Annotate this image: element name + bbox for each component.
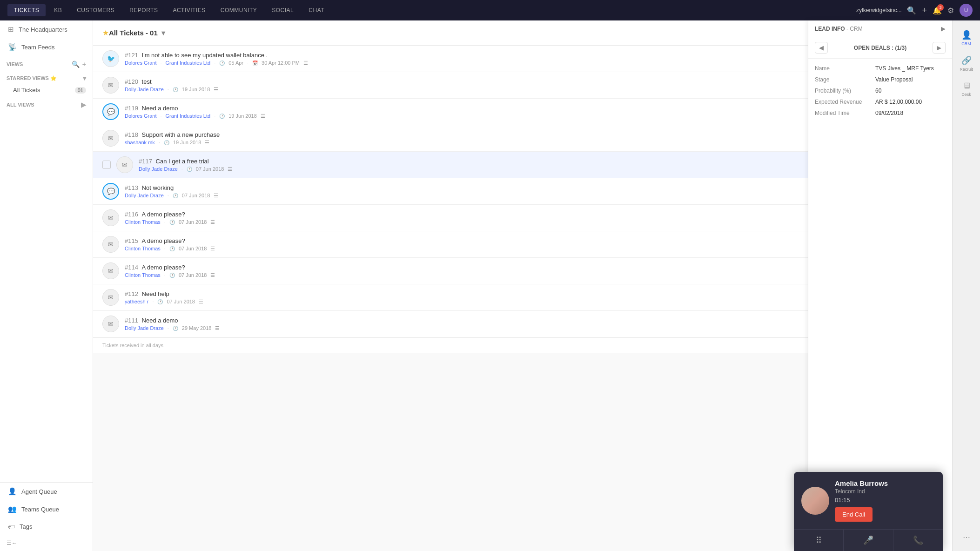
ticket-company[interactable]: Grant Industries Ltd xyxy=(166,60,211,66)
ticket-contact[interactable]: Dolly Jade Draze xyxy=(139,166,178,172)
mute-icon: 🎤 xyxy=(863,535,873,545)
ticket-title: #118 Support with a new purchase xyxy=(125,131,919,138)
row-checkbox[interactable] xyxy=(102,161,111,169)
ticket-subject: Not working xyxy=(142,184,174,191)
nav-customers[interactable]: CUSTOMERS xyxy=(70,4,121,16)
notification-badge: 3 xyxy=(937,4,944,11)
lead-info-panel: LEAD INFO - CRM ▶ ◀ OPEN DEALS : (1/3) ▶… xyxy=(808,20,952,551)
ticket-list-icon: ☰ xyxy=(303,60,308,66)
rs-item-desk[interactable]: 🖥 Desk xyxy=(953,77,980,101)
ticket-contact[interactable]: Dolores Grant xyxy=(125,60,156,66)
favorite-star-icon[interactable]: ★ xyxy=(102,28,109,37)
teams-queue-label: Teams Queue xyxy=(21,506,59,513)
channel-icon-email: ✉ xyxy=(102,236,119,253)
tickets-title: All Tickets - 01 ▾ xyxy=(109,29,165,37)
phone-button[interactable]: 📞 xyxy=(893,530,943,551)
sidebar-item-agent-queue[interactable]: 👤 Agent Queue xyxy=(0,483,93,500)
sidebar-collapse-btn[interactable]: ☰← xyxy=(0,535,93,551)
starred-views-collapse-icon[interactable]: ▾ xyxy=(83,74,86,82)
ticket-title: #119 Need a demo xyxy=(125,105,919,112)
rs-item-crm[interactable]: 👤 CRM xyxy=(953,26,980,50)
add-view-icon[interactable]: + xyxy=(82,60,86,68)
nav-kb[interactable]: KB xyxy=(47,4,68,16)
rs-expand-collapse-btn[interactable]: ⋯ xyxy=(959,529,974,545)
ticket-contact[interactable]: Clinton Thomas xyxy=(125,246,161,251)
ticket-list-icon: ☰ xyxy=(205,140,209,146)
recruit-icon: 🔗 xyxy=(961,55,972,66)
sidebar-item-teams-queue[interactable]: 👥 Teams Queue xyxy=(0,500,93,518)
lead-label-revenue: Expected Revenue xyxy=(815,99,875,105)
starred-views-section: STARRED VIEWS ⭐ ▾ xyxy=(0,70,93,84)
nav-tickets[interactable]: TICKETS xyxy=(7,4,46,16)
crm-label: - CRM xyxy=(846,26,863,32)
tickets-title-text: All Tickets - 01 xyxy=(109,29,158,37)
lead-row-probability: Probability (%) 60 xyxy=(815,87,946,94)
channel-icon-email: ✉ xyxy=(102,262,119,279)
all-views-expand-icon[interactable]: ▶ xyxy=(81,101,86,108)
crm-icon: 👤 xyxy=(961,30,972,40)
search-icon[interactable]: 🔍 xyxy=(907,6,916,15)
clock-icon: 🕐 xyxy=(219,60,225,66)
sidebar-item-tags[interactable]: 🏷 Tags xyxy=(0,518,93,535)
ticket-date2: 30 Apr 12:00 PM xyxy=(262,60,300,66)
ticket-number: #116 xyxy=(125,211,138,218)
all-tickets-badge: 01 xyxy=(75,87,86,94)
clock-icon: 🕐 xyxy=(157,299,163,304)
title-dropdown-icon[interactable]: ▾ xyxy=(161,29,165,37)
sidebar: ⊞ The Headquarters 📡 Team Feeds Views 🔍 … xyxy=(0,20,93,551)
ticket-date1: 19 Jun 2018 xyxy=(182,87,210,92)
user-avatar[interactable]: U xyxy=(960,4,973,17)
lead-panel-expand-icon[interactable]: ▶ xyxy=(941,25,946,32)
mute-button[interactable]: 🎤 xyxy=(844,530,893,551)
nav-community[interactable]: COMMUNITY xyxy=(214,4,264,16)
ticket-subject: Need a demo xyxy=(142,317,178,324)
nav-chat[interactable]: CHAT xyxy=(302,4,331,16)
ticket-title: #120 test xyxy=(125,78,919,85)
ticket-contact[interactable]: Clinton Thomas xyxy=(125,272,161,278)
ticket-number: #115 xyxy=(125,237,138,244)
clock-icon: 🕐 xyxy=(219,114,225,119)
ticket-title: #113 Not working xyxy=(125,184,919,191)
nav-right: zylkerwidgetsinc... 🔍 + 🔔 3 ⚙ U xyxy=(856,4,973,17)
ticket-contact[interactable]: yatheesh r xyxy=(125,299,148,304)
ticket-contact[interactable]: Dolly Jade Draze xyxy=(125,87,164,92)
lead-label-stage: Stage xyxy=(815,76,875,83)
caller-avatar xyxy=(801,487,829,515)
lead-row-modified: Modified Time 09/02/2018 xyxy=(815,110,946,116)
sidebar-all-tickets[interactable]: All Tickets 01 xyxy=(0,84,93,96)
lead-prev-btn[interactable]: ◀ xyxy=(815,42,828,54)
nav-activities[interactable]: ACTIVITIES xyxy=(166,4,212,16)
ticket-contact[interactable]: Clinton Thomas xyxy=(125,219,161,225)
settings-icon[interactable]: ⚙ xyxy=(947,6,954,15)
lead-value-revenue: AR $ 12,00,000.00 xyxy=(875,99,922,105)
ticket-contact[interactable]: shashank mk xyxy=(125,140,155,145)
ticket-contact[interactable]: Dolly Jade Draze xyxy=(125,325,164,331)
end-call-button[interactable]: End Call xyxy=(835,507,873,522)
ticket-number: #118 xyxy=(125,131,138,138)
keypad-button[interactable]: ⠿ xyxy=(794,530,844,551)
ticket-meta: Dolly Jade Draze · 🕐 07 Jun 2018 ☰ xyxy=(125,193,919,199)
sidebar-item-team-feeds[interactable]: 📡 Team Feeds xyxy=(0,38,93,56)
lead-label-name: Name xyxy=(815,65,875,72)
nav-reports[interactable]: REPORTS xyxy=(123,4,164,16)
ticket-meta: Dolly Jade Draze · 🕐 07 Jun 2018 ☰ xyxy=(139,166,890,172)
notifications-icon[interactable]: 🔔 3 xyxy=(933,6,942,15)
nav-social[interactable]: SOCIAL xyxy=(265,4,300,16)
clock-icon: 🕐 xyxy=(173,326,178,331)
ticket-info: #120 test Dolly Jade Draze · 🕐 19 Jun 20… xyxy=(125,78,919,93)
team-feeds-label: Team Feeds xyxy=(21,44,55,51)
headquarters-label: The Headquarters xyxy=(19,26,67,33)
ticket-company[interactable]: Grant Industries Ltd xyxy=(166,113,211,119)
ticket-list-icon: ☰ xyxy=(214,87,218,93)
headquarters-icon: ⊞ xyxy=(8,25,14,34)
keypad-icon: ⠿ xyxy=(816,535,822,545)
lead-next-btn[interactable]: ▶ xyxy=(933,42,946,54)
sidebar-item-headquarters[interactable]: ⊞ The Headquarters xyxy=(0,20,93,38)
add-icon[interactable]: + xyxy=(922,6,927,15)
rs-item-recruit[interactable]: 🔗 Recruit xyxy=(953,52,980,75)
search-views-icon[interactable]: 🔍 xyxy=(72,60,80,68)
teams-queue-icon: 👥 xyxy=(8,505,17,513)
ticket-contact[interactable]: Dolly Jade Draze xyxy=(125,193,164,198)
ticket-date1: 07 Jun 2018 xyxy=(179,246,207,251)
ticket-contact[interactable]: Dolores Grant xyxy=(125,113,156,119)
